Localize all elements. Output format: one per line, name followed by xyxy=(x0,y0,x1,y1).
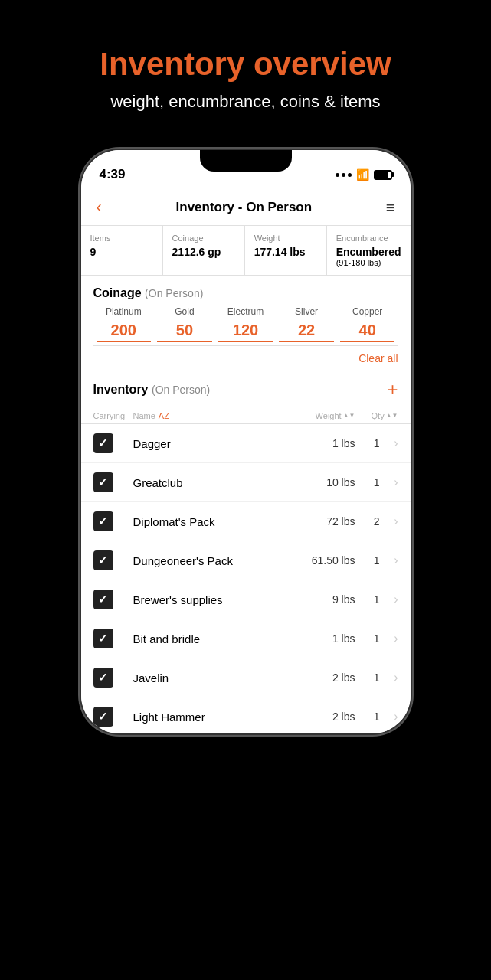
stat-coinage: Coinage 2112.6 gp xyxy=(163,226,245,275)
checkbox[interactable]: ✓ xyxy=(93,472,113,492)
inventory-title: Inventory (On Person) xyxy=(93,383,211,397)
status-icons: 📶 xyxy=(336,168,392,181)
item-qty: 1 xyxy=(355,632,380,645)
item-weight: 1 lbs xyxy=(294,632,355,645)
menu-button[interactable]: ≡ xyxy=(386,199,395,217)
item-name: Bit and bridle xyxy=(133,632,294,645)
wifi-icon: 📶 xyxy=(356,168,369,181)
checkmark-icon: ✓ xyxy=(98,593,108,606)
coinage-labels: Platinum Gold Electrum Silver Copper xyxy=(93,306,398,317)
copper-value[interactable]: 40 xyxy=(340,322,395,342)
stats-row: Items 9 Coinage 2112.6 gp Weight 177.14 … xyxy=(81,226,411,276)
phone-content: ‹ Inventory - On Person ≡ Items 9 Coinag… xyxy=(81,190,411,733)
checkbox[interactable]: ✓ xyxy=(93,433,113,453)
battery-icon xyxy=(374,170,392,180)
inventory-header-row: Inventory (On Person) + xyxy=(81,371,411,408)
checkmark-icon: ✓ xyxy=(98,514,108,528)
chevron-right-icon[interactable]: › xyxy=(380,475,398,489)
checkbox[interactable]: ✓ xyxy=(93,668,113,688)
phone-time: 4:39 xyxy=(100,167,126,182)
checkmark-icon: ✓ xyxy=(98,632,108,645)
table-row: ✓ Brewer's supplies 9 lbs 1 › xyxy=(81,580,411,619)
phone-frame: 4:39 📶 ‹ Inventory - On Person ≡ Items 9 xyxy=(81,150,411,733)
item-name: Dungeoneer's Pack xyxy=(133,554,294,567)
col-name: Name AZ xyxy=(133,411,294,420)
checkbox-cell: ✓ xyxy=(93,511,133,531)
stat-weight-label: Weight xyxy=(254,234,317,243)
item-weight: 1 lbs xyxy=(294,437,355,449)
checkbox[interactable]: ✓ xyxy=(93,550,113,570)
copper-label: Copper xyxy=(337,306,398,317)
stat-encumbrance: Encumbrance Encumbered (91-180 lbs) xyxy=(327,226,411,275)
inventory-list: ✓ Dagger 1 lbs 1 › ✓ Greatclub 10 lbs 1 … xyxy=(81,424,411,733)
sort-az-button[interactable]: AZ xyxy=(159,411,169,420)
checkmark-icon: ✓ xyxy=(98,554,108,567)
clear-all-button[interactable]: Clear all xyxy=(81,346,411,371)
col-carrying: Carrying xyxy=(93,411,133,420)
silver-label: Silver xyxy=(276,306,337,317)
item-weight: 9 lbs xyxy=(294,593,355,606)
stat-encumbrance-sub: (91-180 lbs) xyxy=(336,258,401,267)
platinum-value[interactable]: 200 xyxy=(97,322,152,342)
item-name: Brewer's supplies xyxy=(133,593,294,606)
item-qty: 1 xyxy=(355,710,380,723)
phone-notch xyxy=(200,150,292,172)
table-row: ✓ Javelin 2 lbs 1 › xyxy=(81,658,411,697)
item-qty: 1 xyxy=(355,476,380,488)
chevron-right-icon[interactable]: › xyxy=(380,710,398,724)
checkbox-cell: ✓ xyxy=(93,668,133,688)
electrum-label: Electrum xyxy=(215,306,277,317)
checkbox[interactable]: ✓ xyxy=(93,629,113,648)
chevron-right-icon[interactable]: › xyxy=(380,632,398,645)
page-subtitle: weight, encumbrance, coins & items xyxy=(110,92,380,112)
checkbox-cell: ✓ xyxy=(93,472,133,492)
col-weight[interactable]: Weight ▲▼ xyxy=(294,411,355,420)
checkmark-icon: ✓ xyxy=(98,671,108,684)
chevron-right-icon[interactable]: › xyxy=(380,671,398,684)
chevron-right-icon[interactable]: › xyxy=(380,593,398,606)
item-weight: 2 lbs xyxy=(294,671,355,684)
item-name: Greatclub xyxy=(133,476,294,489)
checkmark-icon: ✓ xyxy=(98,710,108,724)
electrum-value[interactable]: 120 xyxy=(218,322,273,342)
item-weight: 61.50 lbs xyxy=(294,554,355,567)
checkbox[interactable]: ✓ xyxy=(93,707,113,727)
checkbox[interactable]: ✓ xyxy=(93,511,113,531)
chevron-right-icon[interactable]: › xyxy=(380,514,398,528)
chevron-right-icon[interactable]: › xyxy=(380,554,398,567)
nav-bar: ‹ Inventory - On Person ≡ xyxy=(81,190,411,226)
table-row: ✓ Dagger 1 lbs 1 › xyxy=(81,424,411,463)
table-header: Carrying Name AZ Weight ▲▼ Qty ▲▼ xyxy=(81,408,411,424)
item-qty: 1 xyxy=(355,437,380,449)
table-row: ✓ Light Hammer 2 lbs 1 › xyxy=(81,697,411,733)
chevron-right-icon[interactable]: › xyxy=(380,436,398,450)
checkmark-icon: ✓ xyxy=(98,475,108,489)
item-qty: 1 xyxy=(355,554,380,567)
stat-weight-value: 177.14 lbs xyxy=(254,246,317,258)
coinage-values: 200 50 120 22 40 xyxy=(93,322,398,346)
signal-icon xyxy=(336,173,352,177)
item-name: Diplomat's Pack xyxy=(133,515,294,528)
platinum-label: Platinum xyxy=(93,306,155,317)
add-item-button[interactable]: + xyxy=(387,379,398,400)
table-row: ✓ Diplomat's Pack 72 lbs 2 › xyxy=(81,502,411,541)
gold-label: Gold xyxy=(154,306,215,317)
checkbox-cell: ✓ xyxy=(93,629,133,648)
silver-value[interactable]: 22 xyxy=(279,322,334,342)
col-qty[interactable]: Qty ▲▼ xyxy=(355,411,398,420)
item-name: Dagger xyxy=(133,437,294,450)
stat-encumbrance-label: Encumbrance xyxy=(336,234,401,243)
nav-title: Inventory - On Person xyxy=(176,200,313,215)
stat-items-label: Items xyxy=(90,234,153,243)
gold-value[interactable]: 50 xyxy=(157,322,212,342)
weight-sort-icon: ▲▼ xyxy=(343,413,355,419)
back-button[interactable]: ‹ xyxy=(97,198,102,217)
qty-sort-icon: ▲▼ xyxy=(386,413,398,419)
item-name: Light Hammer xyxy=(133,710,294,724)
checkbox[interactable]: ✓ xyxy=(93,590,113,609)
checkbox-cell: ✓ xyxy=(93,550,133,570)
checkbox-cell: ✓ xyxy=(93,707,133,727)
stat-weight: Weight 177.14 lbs xyxy=(245,226,327,275)
checkmark-icon: ✓ xyxy=(98,436,108,450)
item-qty: 1 xyxy=(355,593,380,606)
